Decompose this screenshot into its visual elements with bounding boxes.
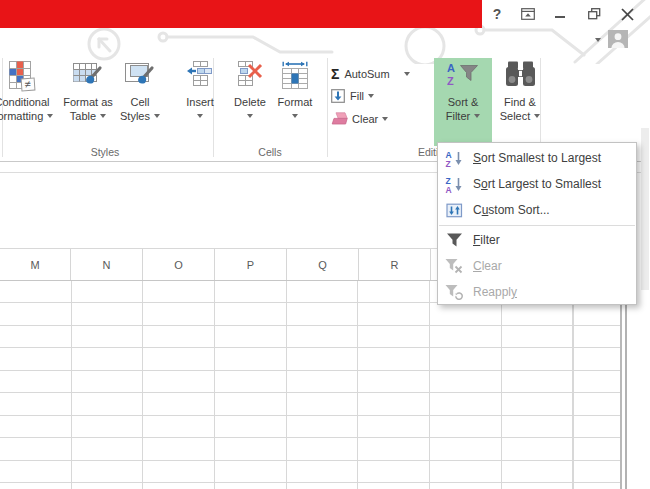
menu-item-filter[interactable]: Filter [438, 227, 636, 253]
format-cells-icon [282, 58, 308, 96]
eraser-icon [331, 112, 348, 125]
dropdown-arrow-icon [47, 114, 53, 118]
autosum-button[interactable]: Σ AutoSum [331, 65, 410, 82]
format-as-table-icon [73, 58, 103, 96]
menu-item-clear: Clear [438, 253, 636, 279]
avatar-icon [608, 30, 628, 48]
sort-za-icon: ZA [444, 176, 464, 193]
ribbon-display-options-button[interactable] [520, 4, 536, 24]
menu-item-label: Filter [473, 233, 500, 247]
dropdown-arrow-icon [474, 114, 480, 118]
sort-filter-button[interactable]: A Z Sort & Filter [434, 58, 492, 146]
dropdown-arrow-icon [154, 114, 160, 118]
delete-cells-icon [236, 58, 264, 96]
title-redaction-block [0, 0, 482, 28]
close-icon [621, 8, 634, 21]
dropdown-arrow-icon [368, 94, 374, 98]
find-select-button[interactable]: Find & Select [493, 58, 547, 146]
spreadsheet-grid[interactable] [0, 281, 620, 489]
autosum-sigma-icon: Σ [331, 66, 339, 82]
group-separator [327, 58, 328, 157]
minimize-button[interactable] [554, 4, 566, 24]
clear-button[interactable]: Clear [331, 110, 388, 127]
fill-icon [331, 89, 345, 103]
format-cells-button[interactable]: Format [273, 58, 317, 146]
sort-filter-menu: AZSort Smallest to LargestZASort Largest… [437, 142, 637, 305]
menu-item-sort-largest-to-smallest[interactable]: ZASort Largest to Smallest [438, 171, 636, 197]
conditional-formatting-icon: ≠ [9, 58, 36, 96]
column-header-Q[interactable]: Q [287, 249, 359, 280]
column-header-P[interactable]: P [215, 249, 287, 280]
svg-text:A: A [445, 184, 451, 193]
dropdown-arrow-icon [247, 114, 253, 118]
insert-cells-icon [187, 58, 213, 96]
clear-filter-icon [444, 258, 464, 274]
user-avatar[interactable] [608, 30, 628, 52]
menu-item-label: Clear [473, 259, 502, 273]
cells-group-label: Cells [240, 146, 300, 158]
menu-item-reapply: Reapply [438, 279, 636, 305]
custom-sort-icon [444, 202, 464, 219]
close-button[interactable] [619, 4, 635, 24]
cell-styles-button[interactable]: Cell Styles [110, 58, 170, 146]
ribbon-display-options-icon [521, 8, 535, 20]
column-header-O[interactable]: O [143, 249, 215, 280]
dropdown-arrow-icon [292, 114, 298, 118]
filter-icon [444, 232, 464, 248]
menu-item-label: Reapply [473, 285, 517, 299]
cell-styles-icon [125, 58, 155, 96]
menu-item-label: Custom Sort... [473, 203, 550, 217]
delete-cells-button[interactable]: Delete [228, 58, 272, 146]
svg-text:Z: Z [445, 158, 450, 167]
menu-item-custom-sort[interactable]: Custom Sort... [438, 197, 636, 223]
fill-button[interactable]: Fill [331, 87, 374, 104]
menu-item-sort-smallest-to-largest[interactable]: AZSort Smallest to Largest [438, 145, 636, 171]
restore-icon [588, 8, 601, 20]
insert-cells-button[interactable]: Insert [178, 58, 222, 146]
window-right-edge [625, 300, 627, 489]
sort-az-icon: AZ [444, 150, 464, 167]
account-dropdown-arrow-icon[interactable] [595, 38, 601, 42]
column-header-M[interactable]: M [0, 249, 71, 280]
menu-item-label: Sort Largest to Smallest [473, 177, 601, 191]
help-button[interactable]: ? [489, 4, 505, 24]
dropdown-arrow-icon [100, 114, 106, 118]
excel-window: ? [0, 0, 650, 489]
menu-item-label: Sort Smallest to Largest [473, 151, 601, 165]
sort-filter-icon: A Z [434, 58, 492, 96]
dropdown-arrow-icon [534, 114, 540, 118]
column-header-N[interactable]: N [71, 249, 143, 280]
minimize-icon [555, 16, 565, 18]
dropdown-arrow-icon [404, 72, 410, 76]
sheet-right-edge [620, 300, 622, 489]
column-header-R[interactable]: R [359, 249, 431, 280]
restore-button[interactable] [587, 4, 601, 24]
reapply-filter-icon [444, 284, 464, 300]
dropdown-arrow-icon [197, 114, 203, 118]
binoculars-icon [505, 58, 536, 96]
styles-group-label: Styles [75, 146, 135, 158]
svg-text:≠: ≠ [24, 78, 30, 90]
dropdown-arrow-icon [382, 117, 388, 121]
watermark-right-band [641, 128, 649, 290]
